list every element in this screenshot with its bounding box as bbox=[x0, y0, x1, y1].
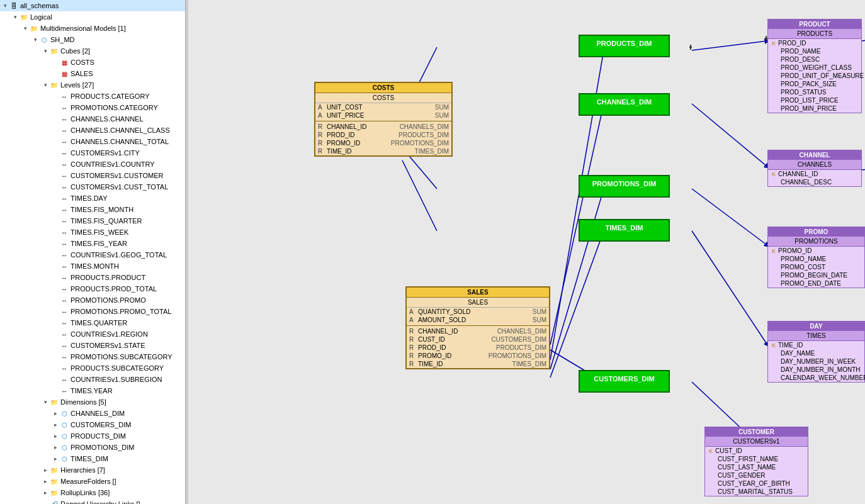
dim-channels-dim[interactable]: CHANNELS_DIM bbox=[579, 93, 670, 116]
dim-products-dim[interactable]: PRODUCTS_DIM bbox=[579, 35, 670, 57]
costs-fact-title: COSTS bbox=[315, 83, 451, 93]
db-promo-schema: PROMOTIONS bbox=[768, 237, 864, 247]
db-promo-name: PROMO_NAME bbox=[768, 255, 864, 263]
level-times-fis-week[interactable]: ↔ TIMES.FIS_WEEK bbox=[50, 227, 185, 238]
level-countriesv1-geog-total[interactable]: ↔ COUNTRIESv1.GEOG_TOTAL bbox=[50, 249, 185, 260]
db-customer-first-name: CUST_FIRST_NAME bbox=[705, 455, 808, 463]
tree-rolluplinks[interactable]: ▸ 📁 RollupLinks [36] bbox=[40, 487, 185, 498]
tree-shmd[interactable]: ▾ ⬡ SH_MD bbox=[30, 34, 185, 45]
db-channel-id: KCHANNEL_ID bbox=[768, 170, 861, 178]
level-countriesv1-region[interactable]: ↔ COUNTRIESv1.REGION bbox=[50, 328, 185, 340]
svg-line-3 bbox=[402, 160, 437, 231]
level-countriesv1-country[interactable]: ↔ COUNTRIESv1.COUNTRY bbox=[50, 159, 185, 170]
sales-row-amount: AAMOUNT_SOLDSUM bbox=[407, 316, 549, 324]
db-product: PRODUCT PRODUCTS KPROD_ID PROD_NAME PROD… bbox=[767, 19, 862, 113]
db-day-schema: TIMES bbox=[768, 331, 864, 341]
tree-raggedlinks[interactable]: 🔗 Ragged Hierarchy Links [] bbox=[40, 498, 185, 504]
level-customersv1-cust-total[interactable]: ↔ CUSTOMERSv1.CUST_TOTAL bbox=[50, 181, 185, 193]
dim-customers-dim[interactable]: CUSTOMERS_DIM bbox=[579, 370, 670, 393]
db-product-weight-class: PROD_WEIGHT_CLASS bbox=[768, 64, 861, 72]
db-product-pack-size: PROD_PACK_SIZE bbox=[768, 80, 861, 88]
db-day-num-month: DAY_NUMBER_IN_MONTH bbox=[768, 366, 864, 374]
db-promo-end-date: PROMO_END_DATE bbox=[768, 279, 864, 288]
tree-logical[interactable]: ▾ 📁 Logical bbox=[10, 11, 185, 23]
tree-cubes[interactable]: ▾ 📁 Cubes [2] bbox=[40, 45, 185, 57]
db-channel-schema: CHANNELS bbox=[768, 160, 861, 170]
icon-all-schemas: 🗄 bbox=[9, 1, 19, 11]
level-times-fis-year[interactable]: ↔ TIMES.FIS_YEAR bbox=[50, 238, 185, 249]
level-customersv1-city[interactable]: ↔ CUSTOMERSv1.CITY bbox=[50, 147, 185, 159]
label-all-schemas: all_schemas bbox=[20, 2, 59, 9]
dim-promotions[interactable]: ▸ ⬡ PROMOTIONS_DIM bbox=[50, 442, 185, 453]
db-customer-cust-id: KCUST_ID bbox=[705, 447, 808, 455]
tree-multidim[interactable]: ▾ 📁 Multidimensional Models [1] bbox=[20, 23, 185, 34]
level-products-subcategory[interactable]: ↔ PRODUCTS.SUBCATEGORY bbox=[50, 362, 185, 374]
level-customersv1-state[interactable]: ↔ CUSTOMERSv1.STATE bbox=[50, 340, 185, 351]
level-promotions-promo-total[interactable]: ↔ PROMOTIONS.PROMO_TOTAL bbox=[50, 306, 185, 317]
sales-row-qty: AQUANTITY_SOLDSUM bbox=[407, 308, 549, 316]
db-customer-schema: CUSTOMERSv1 bbox=[705, 437, 808, 447]
db-day-name: DAY_NAME bbox=[768, 349, 864, 357]
level-products-prod-total[interactable]: ↔ PRODUCTS.PROD_TOTAL bbox=[50, 283, 185, 294]
dim-times-dim[interactable]: TIMES_DIM bbox=[579, 219, 670, 242]
sales-fact-table[interactable]: SALES SALES AQUANTITY_SOLDSUM AAMOUNT_SO… bbox=[405, 286, 550, 369]
dim-promotions-dim[interactable]: PROMOTIONS_DIM bbox=[579, 175, 670, 198]
level-times-fis-month[interactable]: ↔ TIMES.FIS_MONTH bbox=[50, 204, 185, 215]
level-times-year[interactable]: ↔ TIMES.YEAR bbox=[50, 385, 185, 396]
svg-line-13 bbox=[692, 189, 767, 245]
schema-diagram: COSTS COSTS AUNIT_COSTSUM AUNIT_PRICESUM… bbox=[188, 0, 865, 504]
svg-line-12 bbox=[862, 164, 865, 170]
db-promo-id: KPROMO_ID bbox=[768, 247, 864, 255]
level-customersv1-customer[interactable]: ↔ CUSTOMERSv1.CUSTOMER bbox=[50, 170, 185, 181]
db-product-prod-desc: PROD_DESC bbox=[768, 55, 861, 64]
db-day-num-week: DAY_NUMBER_IN_WEEK bbox=[768, 357, 864, 366]
tree-measurefolders[interactable]: ▸ 📁 MeasureFolders [] bbox=[40, 476, 185, 487]
dim-times[interactable]: ▸ ⬡ TIMES_DIM bbox=[50, 453, 185, 464]
tree-hierarchies[interactable]: ▸ 📁 Hierarchies [7] bbox=[40, 464, 185, 476]
level-countriesv1-subregion[interactable]: ↔ COUNTRIESv1.SUBREGION bbox=[50, 374, 185, 385]
level-channels-channel-total[interactable]: ↔ CHANNELS.CHANNEL_TOTAL bbox=[50, 136, 185, 147]
db-day-cal-week-num: CALENDAR_WEEK_NUMBER bbox=[768, 374, 864, 382]
db-customer: CUSTOMER CUSTOMERSv1 KCUST_ID CUST_FIRST… bbox=[704, 427, 808, 496]
tree-root[interactable]: ▾ 🗄 all_schemas bbox=[0, 0, 185, 11]
costs-row-channel-id: RCHANNEL_IDCHANNELS_DIM bbox=[315, 123, 451, 131]
sidebar-item-costs[interactable]: ▦ COSTS bbox=[50, 57, 185, 68]
sales-row-time-id: RTIME_IDTIMES_DIM bbox=[407, 360, 549, 368]
svg-line-10 bbox=[862, 33, 865, 41]
level-products-product[interactable]: ↔ PRODUCTS.PRODUCT bbox=[50, 272, 185, 283]
db-product-prod-name: PROD_NAME bbox=[768, 47, 861, 55]
db-product-status: PROD_STATUS bbox=[768, 88, 861, 96]
sales-row-prod-id: RPROD_IDPRODUCTS_DIM bbox=[407, 344, 549, 352]
dim-products[interactable]: ▸ ⬡ PRODUCTS_DIM bbox=[50, 430, 185, 442]
level-times-quarter[interactable]: ↔ TIMES.QUARTER bbox=[50, 317, 185, 328]
db-customer-gender: CUST_GENDER bbox=[705, 471, 808, 479]
tree-dimensions[interactable]: ▾ 📁 Dimensions [5] bbox=[40, 396, 185, 408]
level-products-category[interactable]: ↔ PRODUCTS.CATEGORY bbox=[50, 91, 185, 102]
costs-schema-name: COSTS bbox=[315, 93, 451, 103]
level-times-fis-quarter[interactable]: ↔ TIMES.FIS_QUARTER bbox=[50, 215, 185, 227]
toggle-root[interactable]: ▾ bbox=[1, 3, 9, 9]
level-promotions-subcategory[interactable]: ↔ PROMOTIONS.SUBCATEGORY bbox=[50, 351, 185, 362]
dim-customers[interactable]: ▸ ⬡ CUSTOMERS_DIM bbox=[50, 419, 185, 430]
sales-fact-title: SALES bbox=[407, 288, 549, 298]
level-channels-channel-class[interactable]: ↔ CHANNELS.CHANNEL_CLASS bbox=[50, 125, 185, 136]
level-times-month[interactable]: ↔ TIMES.MONTH bbox=[50, 260, 185, 272]
level-promotions-category[interactable]: ↔ PROMOTIONS.CATEGORY bbox=[50, 102, 185, 113]
level-times-day[interactable]: ↔ TIMES.DAY bbox=[50, 193, 185, 204]
db-promo: PROMO PROMOTIONS KPROMO_ID PROMO_NAME PR… bbox=[767, 227, 865, 288]
db-customer-last-name: CUST_LAST_NAME bbox=[705, 463, 808, 471]
level-promotions-promo[interactable]: ↔ PROMOTIONS.PROMO bbox=[50, 294, 185, 306]
db-customer-year-of-birth: CUST_YEAR_OF_BIRTH bbox=[705, 479, 808, 488]
level-channels-channel[interactable]: ↔ CHANNELS.CHANNEL bbox=[50, 113, 185, 125]
db-day: DAY TIMES KTIME_ID DAY_NAME DAY_NUMBER_I… bbox=[767, 321, 865, 383]
sidebar-item-sales[interactable]: ▦ SALES bbox=[50, 68, 185, 79]
db-customer-marital-status: CUST_MARITAL_STATUS bbox=[705, 488, 808, 496]
svg-line-11 bbox=[692, 104, 767, 167]
svg-line-9 bbox=[692, 41, 767, 50]
costs-fact-table[interactable]: COSTS COSTS AUNIT_COSTSUM AUNIT_PRICESUM… bbox=[314, 82, 453, 157]
db-promo-title: PROMO bbox=[768, 227, 864, 237]
tree-levels[interactable]: ▾ 📁 Levels [27] bbox=[40, 79, 185, 91]
costs-row-promo-id: RPROMO_IDPROMOTIONS_DIM bbox=[315, 139, 451, 147]
dim-channels[interactable]: ▸ ⬡ CHANNELS_DIM bbox=[50, 408, 185, 419]
db-promo-cost: PROMO_COST bbox=[768, 263, 864, 271]
